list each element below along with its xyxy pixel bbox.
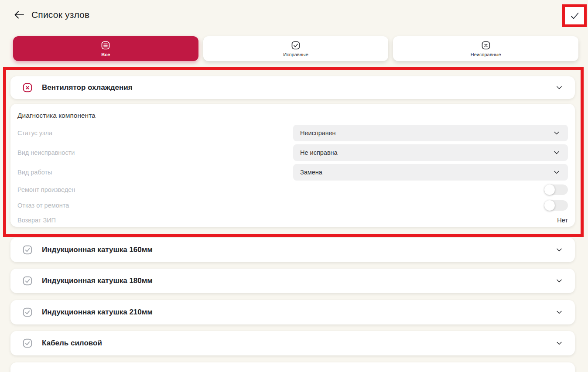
field-row-fault-type: Вид неисправности Не исправна [17,143,568,162]
chevron-down-icon [552,129,561,137]
tab-working-label: Исправные [283,52,308,57]
arrow-left-icon [14,9,25,20]
accordion-title: Индукционная катушка 160мм [42,246,555,254]
accordion-header[interactable]: Индукционная катушка 180мм [10,269,575,293]
chevron-down-icon [555,308,564,317]
check-square-icon [291,40,301,51]
tab-faulty[interactable]: Неисправные [393,36,578,61]
status-select[interactable]: Неисправен [293,125,568,141]
accordion-item-coil-210: Индукционная катушка 210мм [10,300,575,324]
check-square-icon [22,244,33,256]
repair-done-toggle[interactable] [544,184,568,195]
field-row-repair-refused: Отказ от ремонта [17,198,568,213]
filter-tabs: Все Исправные Неисправные [13,36,578,61]
annotation-highlight-confirm [562,4,587,27]
field-row-status: Статус узла Неисправен [17,123,568,143]
accordion-title: Индукционная катушка 180мм [42,276,555,285]
work-type-select[interactable]: Замена [293,164,568,181]
check-square-icon [22,275,33,287]
check-square-icon [22,307,33,318]
accordion-item-coil-180: Индукционная катушка 180мм [10,269,575,293]
diagnostics-panel: Диагностика компонента Статус узла Неисп… [10,104,575,227]
tab-all[interactable]: Все [13,36,198,61]
field-label: Вид неисправности [17,149,293,156]
accordion-item-power-cable: Кабель силовой [10,331,575,355]
accordion-header[interactable]: Кабель силовой [10,331,575,355]
field-label: Статус узла [17,130,293,137]
chevron-down-icon [552,168,561,177]
tab-all-label: Все [101,52,110,57]
toggle-knob [544,200,555,211]
accordion-title: Кабель силовой [42,339,555,348]
field-label: Ремонт произведен [17,186,544,193]
list-icon [100,40,111,51]
chevron-down-icon [555,339,564,348]
zip-return-value: Нет [557,217,568,224]
accordion-header[interactable] [10,362,575,372]
fault-type-select[interactable]: Не исправна [293,144,568,161]
back-button[interactable] [13,9,25,21]
toggle-knob [544,184,555,195]
accordion-title: Индукционная катушка 210мм [42,308,555,317]
field-row-repair-done: Ремонт произведен [17,182,568,198]
field-row-zip-return: Возврат ЗИП Нет [17,213,568,227]
chevron-down-icon [555,83,564,92]
select-value: Замена [300,169,552,176]
accordion-header[interactable]: Индукционная катушка 160мм [10,238,575,262]
field-label: Отказ от ремонта [17,202,544,209]
tab-working[interactable]: Исправные [203,36,389,61]
confirm-button[interactable] [568,9,581,22]
check-square-icon [22,338,33,349]
repair-refused-toggle[interactable] [544,200,568,211]
accordion-item-coil-160: Индукционная катушка 160мм [10,238,575,262]
check-icon [569,10,580,21]
accordion-item-partial [10,362,575,372]
node-list-screen: { "header": { "title": "Список узлов" },… [0,0,588,372]
tab-faulty-label: Неисправные [471,52,501,57]
field-row-work-type: Вид работы Замена [17,162,568,182]
x-square-icon [481,40,491,51]
header: Список узлов [13,9,89,21]
accordion-header[interactable]: Индукционная катушка 210мм [10,300,575,324]
accordion-header-cooling-fan[interactable]: Вентилятор охлаждения [10,76,575,99]
chevron-down-icon [552,148,561,157]
chevron-down-icon [555,246,564,254]
accordion-title: Вентилятор охлаждения [42,83,555,92]
select-value: Неисправен [300,130,552,137]
field-label: Возврат ЗИП [17,217,557,224]
chevron-down-icon [555,276,564,285]
field-label: Вид работы [17,169,293,176]
section-title: Диагностика компонента [17,110,568,123]
x-square-icon [22,82,33,93]
page-title: Список узлов [31,10,89,20]
select-value: Не исправна [300,149,552,156]
